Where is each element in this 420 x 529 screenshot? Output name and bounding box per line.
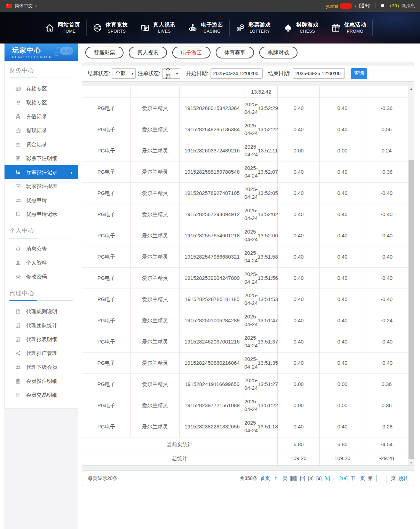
cell-valid-bet: 0.00	[320, 374, 365, 395]
game-type-tab[interactable]: 雙赢彩票	[85, 47, 124, 58]
sidebar-item[interactable]: 资金记录	[5, 137, 78, 151]
prev-page-link[interactable]: 上一页	[273, 475, 287, 482]
scrollbar-down-arrow[interactable]	[408, 460, 414, 465]
sidebar-item[interactable]: 代理规则说明	[5, 305, 78, 318]
cell-game: 爱尔兰精灵	[131, 183, 180, 204]
nav-item-cn-label: 真人视讯	[153, 22, 176, 28]
sidebar-item[interactable]: 存款专区	[5, 82, 78, 96]
sidebar-item[interactable]: 彩票下注明细	[5, 151, 78, 165]
game-type-tab[interactable]: 棋牌对战	[259, 47, 298, 58]
sidebar-item[interactable]: 充值记录	[5, 110, 78, 124]
cell-bet-amount: 0.40	[278, 204, 320, 225]
filter-bar: 结算状态: 全部 ▾ 注单状态: 全部 ▾ 开始日期: 结束日期: 查询	[82, 65, 414, 82]
sidebar-item[interactable]: 优惠申请	[5, 193, 78, 207]
cell-profit: -0.36	[365, 98, 408, 119]
bell-icon[interactable]	[380, 3, 385, 9]
chevron-down-icon: ▾	[132, 72, 133, 76]
sidebar-item[interactable]: 修改密码	[5, 270, 78, 284]
sidebar-item[interactable]: 优惠申请记录	[5, 207, 78, 221]
sidebar-item[interactable]: 消息公告	[5, 242, 78, 256]
game-type-tabs: 雙赢彩票真人视讯电子游艺体育赛事棋牌对战	[82, 44, 414, 62]
sidebar-item[interactable]: 取款专区	[5, 96, 78, 110]
game-type-tab[interactable]: 电子游艺	[172, 47, 211, 58]
table-row: PG电子 爱尔兰精灵 1915282588159788548 2025-04-2…	[82, 161, 408, 183]
cell-profit: -0.38	[365, 161, 408, 183]
sidebar-item[interactable]: 代理报表明细	[5, 332, 78, 346]
jump-go-link[interactable]: 跳转	[398, 475, 408, 482]
sidebar-item[interactable]: 玩家投注报表	[5, 179, 78, 193]
cell-valid-bet: 0.40	[320, 310, 365, 331]
page-link[interactable]: [18]	[340, 476, 348, 481]
section-title: 财务中心	[9, 66, 73, 74]
nav-item[interactable]: 电子游艺 CASINO	[182, 19, 230, 36]
scrollbar-up-arrow[interactable]	[408, 86, 414, 92]
sidebar-item[interactable]: 会员交易明细	[5, 388, 78, 402]
withdraw-icon	[15, 100, 21, 105]
summary-valid: 109.20	[320, 451, 365, 465]
sidebar-item-label: 代理规则说明	[26, 308, 57, 315]
sidebar-item[interactable]: 代理团队统计	[5, 318, 78, 332]
promo-icon	[331, 23, 340, 32]
nav-item-cn-label: 体育竞技	[106, 22, 128, 28]
jump-page-input[interactable]	[377, 475, 387, 482]
settle-status-select[interactable]: 全部 ▾	[112, 68, 136, 79]
nav-item[interactable]: 彩票游戏 LOTTERY	[230, 19, 277, 36]
cell-valid-bet: 0.40	[320, 225, 365, 246]
table-row-partial: 13:52:42	[82, 86, 408, 98]
start-date-input[interactable]	[211, 68, 263, 79]
page-link[interactable]: [4]	[316, 476, 322, 481]
language-selector[interactable]: 简体中文 ▾	[6, 3, 37, 9]
nav-item-en-label: CASINO	[201, 29, 223, 34]
nav-item[interactable]: 网站首页 HOME	[39, 19, 87, 36]
total-count-label: 共358条	[240, 475, 257, 482]
order-status-value: 全部	[166, 67, 173, 80]
cell-time: 2025-04-2413:51:35	[245, 353, 278, 374]
sidebar-item[interactable]: 代理推广管理	[5, 346, 78, 360]
game-type-tab[interactable]: 体育赛事	[216, 47, 254, 58]
table-scrollbar[interactable]	[408, 86, 414, 465]
logout-link[interactable]: [退出]	[359, 3, 370, 9]
nav-item-en-label: LOTTERY	[249, 29, 271, 34]
cell-time: 2025-04-2413:51:58	[245, 246, 278, 268]
sidebar-item[interactable]: 提现记录	[5, 124, 78, 137]
cell-time: 2025-04-2413:52:11	[245, 140, 278, 161]
nav-item[interactable]: 体育竞技 SPORTS	[87, 19, 134, 36]
cell-valid-bet: 0.40	[320, 98, 365, 119]
cell-time: 2025-04-2413:51:47	[245, 310, 278, 331]
game-type-tab[interactable]: 真人视讯	[129, 47, 167, 58]
nav-item[interactable]: 真人视讯 LIVES	[134, 19, 182, 36]
page-link[interactable]: [5]	[324, 476, 330, 481]
password-icon	[15, 274, 21, 279]
nav-item[interactable]: 优惠活动 PROMO	[325, 19, 373, 36]
end-date-input[interactable]	[293, 68, 345, 79]
order-status-select[interactable]: 全部 ▾	[162, 68, 180, 79]
query-button[interactable]: 查询	[351, 68, 367, 79]
cell-game: 爱尔兰精灵	[131, 119, 180, 140]
agent-rule-icon	[15, 309, 21, 314]
table-row: PG电子 爱尔兰精灵 1915282419116699650 2025-04-2…	[82, 374, 408, 395]
next-page-link[interactable]: 下一页	[350, 475, 365, 482]
page-link[interactable]: [1]	[290, 476, 297, 481]
nav-item[interactable]: 棋牌游戏 CHESS	[277, 19, 325, 36]
sidebar-item[interactable]: 代理下级会员	[5, 360, 78, 374]
sidebar-item[interactable]: 个人资料	[5, 256, 78, 270]
scrollbar-thumb[interactable]	[409, 160, 414, 459]
nav-item-en-label: PROMO	[344, 29, 366, 34]
cell-bet-amount: 0.40	[278, 268, 320, 289]
page-link[interactable]: [2]	[300, 476, 306, 481]
sidebar-item[interactable]: 会员投注明细	[5, 374, 78, 388]
members-icon	[15, 364, 21, 370]
cell-bet-amount: 0.40	[278, 225, 320, 246]
messages-link[interactable]: （39）新消息	[388, 3, 415, 9]
nav-item-cn-label: 彩票游戏	[249, 22, 271, 28]
page-link[interactable]: [3]	[308, 476, 314, 481]
language-label: 简体中文	[15, 3, 33, 9]
cell-valid-bet: 0.40	[320, 161, 365, 183]
username-label[interactable]: yunfei	[326, 3, 338, 9]
sidebar-item[interactable]: 厅室投注记录 ›	[5, 165, 78, 179]
page-link[interactable]: ...	[333, 476, 337, 481]
end-date-label: 结束日期:	[268, 70, 291, 77]
cell-order-no: 1915282462037001216	[180, 331, 245, 353]
table-row: PG电子 爱尔兰精灵 1915282576927407105 2025-04-2…	[82, 183, 408, 204]
first-page-link[interactable]: 首页	[260, 475, 270, 482]
